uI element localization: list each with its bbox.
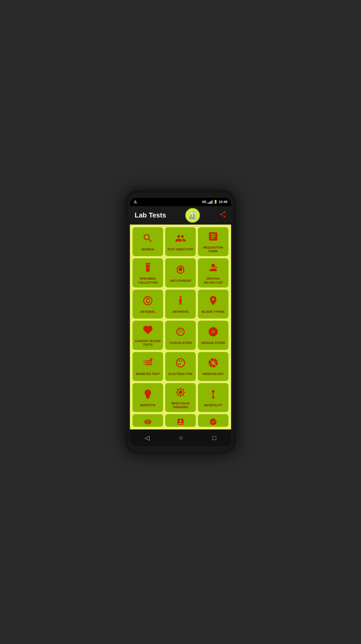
status-right: 4G 🔋 10:49	[202, 200, 227, 204]
app-logo: 🔬	[185, 208, 200, 223]
cardiac-icon	[142, 324, 153, 337]
app-title: Lab Tests	[135, 211, 166, 219]
tile-hepatitis[interactable]: HEPATITIS	[133, 383, 163, 412]
tile-arthritis[interactable]: ARTHRITIS	[165, 290, 196, 319]
tile-dengue-fever[interactable]: DENGUE FEVER	[198, 321, 228, 350]
network-label: 4G	[202, 200, 206, 204]
infertility-icon	[208, 389, 219, 401]
svg-point-4	[179, 390, 182, 394]
hepatitis-icon	[142, 389, 153, 401]
blood-typing-label: BLOOD TYPING	[202, 310, 225, 314]
partial-icon-3	[209, 418, 217, 427]
tile-requisition-form[interactable]: REQUISITION FORM	[198, 227, 228, 256]
tile-arterial[interactable]: ARTERIAL	[133, 290, 163, 319]
electrolytes-icon	[175, 357, 186, 370]
recent-button[interactable]: □	[212, 434, 216, 442]
infectious-diseases-icon	[175, 387, 186, 399]
tile-search[interactable]: SEARCH	[133, 227, 163, 256]
arterial-label: ARTERIAL	[140, 310, 155, 314]
tile-coagulation[interactable]: COAGULATION	[165, 321, 196, 350]
tile-critical-values-list[interactable]: CRITICAL VALUES LIST	[198, 258, 228, 288]
share-button[interactable]	[219, 211, 226, 220]
tiles-grid: SEARCH TEST DIRECTORY	[133, 227, 228, 412]
partial-tiles-row	[133, 414, 228, 427]
dengue-icon	[208, 326, 219, 339]
coagulation-icon	[175, 326, 186, 339]
tile-test-directory[interactable]: TEST DIRECTORY	[165, 227, 196, 256]
tile-hematology[interactable]: HEMATOLOGY	[198, 352, 228, 381]
arthritis-label: ARTHRITIS	[172, 310, 188, 314]
hematology-label: HEMATOLOGY	[203, 372, 224, 376]
hematology-icon	[208, 357, 219, 370]
phone-screen: ⚠ 4G 🔋 10:49 Lab Tests 🔬	[130, 198, 231, 446]
partial-icon-1	[144, 418, 152, 427]
tile-vacutainers[interactable]: VACUTAINERS	[165, 258, 196, 288]
search-icon	[142, 233, 153, 245]
diabetes-label: DIABETES TEST	[136, 372, 160, 376]
svg-text:3: 3	[150, 359, 151, 361]
search-label: SEARCH	[142, 247, 154, 251]
dengue-label: DENGUE FEVER	[201, 341, 225, 345]
app-header: Lab Tests 🔬	[130, 206, 231, 225]
test-directory-icon	[175, 233, 186, 245]
partial-icon-2	[177, 418, 184, 427]
svg-point-6	[212, 390, 215, 393]
signal-icon	[208, 200, 212, 204]
time-label: 10:49	[219, 200, 227, 204]
critical-values-icon	[208, 262, 219, 275]
requisition-form-label: REQUISITION FORM	[200, 246, 226, 253]
microscope-icon: 🔬	[188, 211, 197, 220]
infectious-diseases-label: INFECTIOUS DISEASES	[167, 402, 194, 409]
svg-point-0	[180, 296, 182, 298]
vacutainers-icon	[175, 264, 186, 277]
status-bar: ⚠ 4G 🔋 10:49	[130, 198, 231, 206]
home-button[interactable]: ○	[179, 434, 183, 442]
test-directory-label: TEST DIRECTORY	[167, 247, 194, 251]
vacutainers-label: VACUTAINERS	[170, 279, 191, 283]
tile-infectious-diseases[interactable]: INFECTIOUS DISEASES	[165, 383, 196, 412]
battery-icon: 🔋	[213, 200, 218, 204]
hepatitis-label: HEPATITIS	[140, 403, 156, 407]
tile-partial-1[interactable]	[133, 414, 163, 427]
warning-icon: ⚠	[134, 200, 137, 204]
back-button[interactable]: ◁	[145, 434, 149, 442]
critical-values-label: CRITICAL VALUES LIST	[200, 277, 226, 284]
infertility-label: INFERTILITY	[204, 403, 222, 407]
main-content: SEARCH TEST DIRECTORY	[130, 225, 231, 429]
specimen-collection-icon	[142, 262, 153, 275]
nav-bar: ◁ ○ □	[130, 429, 231, 446]
specimen-collection-label: SPECIMEN COLLECTION	[135, 277, 161, 284]
tile-cardiac-blood-tests[interactable]: CARDIAC BLOOD TESTS	[133, 321, 163, 350]
coagulation-label: COAGULATION	[169, 341, 192, 345]
tile-partial-3[interactable]	[198, 414, 228, 427]
tile-electrolytes[interactable]: ELECTROLYTES	[165, 352, 196, 381]
arthritis-icon	[175, 295, 186, 308]
tile-specimen-collection[interactable]: SPECIMEN COLLECTION	[133, 258, 163, 288]
tile-blood-typing[interactable]: BLOOD TYPING	[198, 290, 228, 319]
electrolytes-label: ELECTROLYTES	[169, 372, 193, 376]
diabetes-icon: 3	[142, 357, 153, 370]
tile-infertility[interactable]: INFERTILITY	[198, 383, 228, 412]
tile-diabetes-test[interactable]: 3 DIABETES TEST	[133, 352, 163, 381]
blood-typing-icon	[208, 295, 219, 308]
requisition-form-icon	[208, 231, 219, 244]
cardiac-label: CARDIAC BLOOD TESTS	[135, 339, 161, 347]
tile-partial-2[interactable]	[165, 414, 196, 427]
arterial-icon	[142, 295, 153, 308]
phone-frame: ⚠ 4G 🔋 10:49 Lab Tests 🔬	[125, 190, 236, 454]
